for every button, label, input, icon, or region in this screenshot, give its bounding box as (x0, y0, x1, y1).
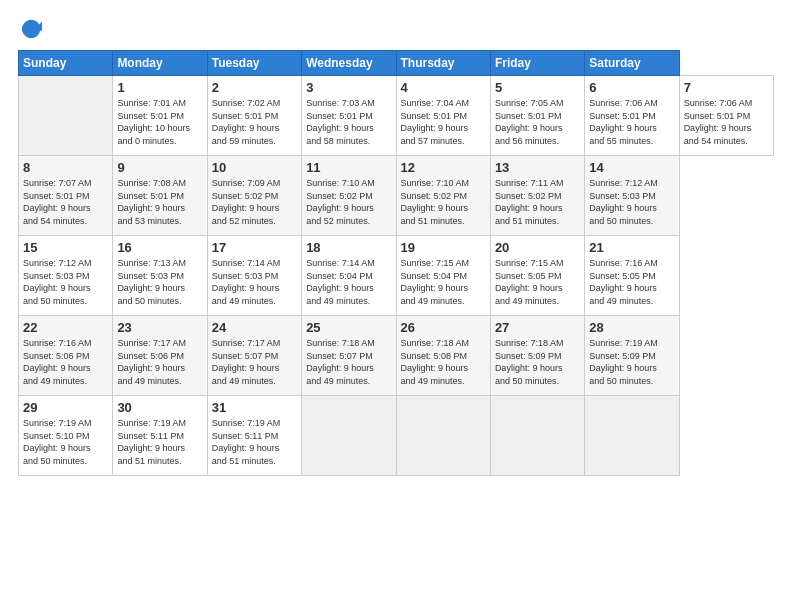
day-number: 29 (23, 400, 108, 415)
calendar-cell: 25Sunrise: 7:18 AM Sunset: 5:07 PM Dayli… (302, 316, 396, 396)
day-info: Sunrise: 7:10 AM Sunset: 5:02 PM Dayligh… (306, 177, 391, 227)
day-info: Sunrise: 7:17 AM Sunset: 5:07 PM Dayligh… (212, 337, 297, 387)
calendar-week-0: 1Sunrise: 7:01 AM Sunset: 5:01 PM Daylig… (19, 76, 774, 156)
calendar-cell: 10Sunrise: 7:09 AM Sunset: 5:02 PM Dayli… (207, 156, 301, 236)
day-number: 26 (401, 320, 486, 335)
calendar-cell: 9Sunrise: 7:08 AM Sunset: 5:01 PM Daylig… (113, 156, 207, 236)
calendar-cell (19, 76, 113, 156)
calendar-header-saturday: Saturday (585, 51, 679, 76)
calendar-cell: 16Sunrise: 7:13 AM Sunset: 5:03 PM Dayli… (113, 236, 207, 316)
calendar-cell: 31Sunrise: 7:19 AM Sunset: 5:11 PM Dayli… (207, 396, 301, 476)
day-info: Sunrise: 7:08 AM Sunset: 5:01 PM Dayligh… (117, 177, 202, 227)
calendar-cell: 6Sunrise: 7:06 AM Sunset: 5:01 PM Daylig… (585, 76, 679, 156)
calendar-cell: 2Sunrise: 7:02 AM Sunset: 5:01 PM Daylig… (207, 76, 301, 156)
calendar-cell: 27Sunrise: 7:18 AM Sunset: 5:09 PM Dayli… (490, 316, 584, 396)
day-info: Sunrise: 7:10 AM Sunset: 5:02 PM Dayligh… (401, 177, 486, 227)
header (18, 18, 774, 40)
day-number: 2 (212, 80, 297, 95)
day-info: Sunrise: 7:16 AM Sunset: 5:05 PM Dayligh… (589, 257, 674, 307)
day-info: Sunrise: 7:19 AM Sunset: 5:11 PM Dayligh… (117, 417, 202, 467)
calendar-cell: 14Sunrise: 7:12 AM Sunset: 5:03 PM Dayli… (585, 156, 679, 236)
calendar-cell: 23Sunrise: 7:17 AM Sunset: 5:06 PM Dayli… (113, 316, 207, 396)
day-number: 4 (401, 80, 486, 95)
day-number: 31 (212, 400, 297, 415)
calendar-header-monday: Monday (113, 51, 207, 76)
day-info: Sunrise: 7:18 AM Sunset: 5:07 PM Dayligh… (306, 337, 391, 387)
calendar-cell: 7Sunrise: 7:06 AM Sunset: 5:01 PM Daylig… (679, 76, 773, 156)
calendar-cell: 20Sunrise: 7:15 AM Sunset: 5:05 PM Dayli… (490, 236, 584, 316)
calendar-cell (490, 396, 584, 476)
calendar-cell: 26Sunrise: 7:18 AM Sunset: 5:08 PM Dayli… (396, 316, 490, 396)
calendar-header-wednesday: Wednesday (302, 51, 396, 76)
calendar-week-2: 15Sunrise: 7:12 AM Sunset: 5:03 PM Dayli… (19, 236, 774, 316)
calendar-cell: 22Sunrise: 7:16 AM Sunset: 5:06 PM Dayli… (19, 316, 113, 396)
calendar-cell: 3Sunrise: 7:03 AM Sunset: 5:01 PM Daylig… (302, 76, 396, 156)
day-number: 3 (306, 80, 391, 95)
day-info: Sunrise: 7:02 AM Sunset: 5:01 PM Dayligh… (212, 97, 297, 147)
calendar-cell: 21Sunrise: 7:16 AM Sunset: 5:05 PM Dayli… (585, 236, 679, 316)
page-container: SundayMondayTuesdayWednesdayThursdayFrid… (0, 0, 792, 486)
calendar-week-1: 8Sunrise: 7:07 AM Sunset: 5:01 PM Daylig… (19, 156, 774, 236)
calendar-header-friday: Friday (490, 51, 584, 76)
day-info: Sunrise: 7:18 AM Sunset: 5:08 PM Dayligh… (401, 337, 486, 387)
calendar-cell: 29Sunrise: 7:19 AM Sunset: 5:10 PM Dayli… (19, 396, 113, 476)
day-number: 11 (306, 160, 391, 175)
day-number: 16 (117, 240, 202, 255)
day-info: Sunrise: 7:17 AM Sunset: 5:06 PM Dayligh… (117, 337, 202, 387)
day-info: Sunrise: 7:06 AM Sunset: 5:01 PM Dayligh… (589, 97, 674, 147)
day-info: Sunrise: 7:09 AM Sunset: 5:02 PM Dayligh… (212, 177, 297, 227)
day-number: 15 (23, 240, 108, 255)
calendar-cell: 28Sunrise: 7:19 AM Sunset: 5:09 PM Dayli… (585, 316, 679, 396)
calendar-cell: 11Sunrise: 7:10 AM Sunset: 5:02 PM Dayli… (302, 156, 396, 236)
day-info: Sunrise: 7:19 AM Sunset: 5:09 PM Dayligh… (589, 337, 674, 387)
day-info: Sunrise: 7:15 AM Sunset: 5:05 PM Dayligh… (495, 257, 580, 307)
day-number: 20 (495, 240, 580, 255)
calendar-cell: 8Sunrise: 7:07 AM Sunset: 5:01 PM Daylig… (19, 156, 113, 236)
day-number: 8 (23, 160, 108, 175)
logo-icon (20, 18, 42, 40)
day-number: 19 (401, 240, 486, 255)
day-number: 10 (212, 160, 297, 175)
day-number: 22 (23, 320, 108, 335)
day-info: Sunrise: 7:19 AM Sunset: 5:11 PM Dayligh… (212, 417, 297, 467)
day-info: Sunrise: 7:12 AM Sunset: 5:03 PM Dayligh… (589, 177, 674, 227)
day-number: 5 (495, 80, 580, 95)
calendar-cell: 30Sunrise: 7:19 AM Sunset: 5:11 PM Dayli… (113, 396, 207, 476)
calendar-header-tuesday: Tuesday (207, 51, 301, 76)
day-info: Sunrise: 7:18 AM Sunset: 5:09 PM Dayligh… (495, 337, 580, 387)
day-info: Sunrise: 7:14 AM Sunset: 5:04 PM Dayligh… (306, 257, 391, 307)
calendar-cell: 17Sunrise: 7:14 AM Sunset: 5:03 PM Dayli… (207, 236, 301, 316)
day-info: Sunrise: 7:07 AM Sunset: 5:01 PM Dayligh… (23, 177, 108, 227)
day-number: 13 (495, 160, 580, 175)
day-number: 27 (495, 320, 580, 335)
calendar-header-sunday: Sunday (19, 51, 113, 76)
day-number: 12 (401, 160, 486, 175)
day-number: 6 (589, 80, 674, 95)
day-info: Sunrise: 7:06 AM Sunset: 5:01 PM Dayligh… (684, 97, 769, 147)
calendar-cell (302, 396, 396, 476)
calendar-cell: 5Sunrise: 7:05 AM Sunset: 5:01 PM Daylig… (490, 76, 584, 156)
day-info: Sunrise: 7:19 AM Sunset: 5:10 PM Dayligh… (23, 417, 108, 467)
day-number: 24 (212, 320, 297, 335)
calendar-cell: 19Sunrise: 7:15 AM Sunset: 5:04 PM Dayli… (396, 236, 490, 316)
day-number: 18 (306, 240, 391, 255)
calendar-week-4: 29Sunrise: 7:19 AM Sunset: 5:10 PM Dayli… (19, 396, 774, 476)
calendar-cell: 24Sunrise: 7:17 AM Sunset: 5:07 PM Dayli… (207, 316, 301, 396)
day-info: Sunrise: 7:15 AM Sunset: 5:04 PM Dayligh… (401, 257, 486, 307)
calendar-week-3: 22Sunrise: 7:16 AM Sunset: 5:06 PM Dayli… (19, 316, 774, 396)
calendar-cell: 1Sunrise: 7:01 AM Sunset: 5:01 PM Daylig… (113, 76, 207, 156)
calendar-cell (396, 396, 490, 476)
day-number: 21 (589, 240, 674, 255)
calendar-cell (585, 396, 679, 476)
day-info: Sunrise: 7:03 AM Sunset: 5:01 PM Dayligh… (306, 97, 391, 147)
day-info: Sunrise: 7:12 AM Sunset: 5:03 PM Dayligh… (23, 257, 108, 307)
day-info: Sunrise: 7:16 AM Sunset: 5:06 PM Dayligh… (23, 337, 108, 387)
day-number: 17 (212, 240, 297, 255)
calendar-cell: 12Sunrise: 7:10 AM Sunset: 5:02 PM Dayli… (396, 156, 490, 236)
day-info: Sunrise: 7:05 AM Sunset: 5:01 PM Dayligh… (495, 97, 580, 147)
day-number: 7 (684, 80, 769, 95)
logo (18, 18, 42, 40)
calendar-body: 1Sunrise: 7:01 AM Sunset: 5:01 PM Daylig… (19, 76, 774, 476)
day-number: 9 (117, 160, 202, 175)
day-info: Sunrise: 7:11 AM Sunset: 5:02 PM Dayligh… (495, 177, 580, 227)
